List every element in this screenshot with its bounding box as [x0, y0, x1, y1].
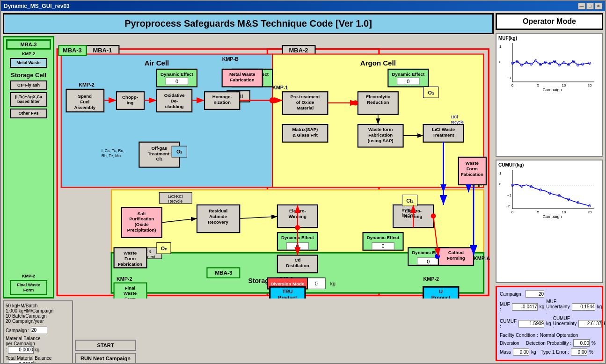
svg-text:1: 1: [499, 171, 502, 175]
svg-text:cladding: cladding: [165, 104, 184, 109]
svg-text:Final: Final: [125, 285, 136, 291]
start-button[interactable]: START: [75, 340, 136, 351]
cumuf-unc-input[interactable]: [578, 320, 602, 328]
svg-text:KMP-1: KMP-1: [272, 85, 288, 90]
svg-text:0: 0: [427, 259, 430, 264]
info-line3: 10 Batch/Campaign: [6, 313, 70, 319]
svg-text:Rh, Te, Mo: Rh, Te, Mo: [102, 153, 121, 158]
svg-text:Form: Form: [467, 166, 478, 171]
total-label: Total Material Balance: [6, 356, 70, 361]
mass-input[interactable]: [513, 348, 529, 356]
close-button[interactable]: ✕: [595, 3, 602, 9]
mass-unit: kg: [531, 349, 536, 355]
cumuf-unc-unit: kg: [604, 321, 605, 326]
svg-text:Dynamic Effect: Dynamic Effect: [161, 72, 194, 77]
svg-text:I, Cs, Tc, Ru,: I, Cs, Tc, Ru,: [102, 148, 124, 153]
svg-text:KMP-2: KMP-2: [79, 82, 94, 87]
detection-label: Detection Probability :: [526, 341, 571, 346]
svg-text:LiCl: LiCl: [451, 115, 458, 119]
campaign-input[interactable]: [31, 327, 47, 334]
svg-text:20: 20: [588, 210, 592, 214]
cumuf-input[interactable]: [518, 320, 544, 328]
system-info-box: 50 kgHM/Batch 1,000 kgHM/Campaign 10 Bat…: [3, 300, 73, 363]
svg-point-177: [431, 213, 436, 218]
storage-cell-left: MBA-3 KMP-2 Metal Waste Storage Cell Cs+…: [3, 36, 54, 298]
svg-text:Air Cell: Air Cell: [145, 59, 169, 67]
per-campaign-label: per Campaign: [6, 341, 70, 346]
muf-unc-input[interactable]: [572, 303, 595, 311]
minimize-button[interactable]: —: [578, 3, 585, 9]
main-diagram: MBA-1 MBA-2 Air Cell Argon Cell: [56, 36, 494, 298]
svg-text:Assembly: Assembly: [74, 105, 95, 110]
muf-input[interactable]: [512, 303, 538, 311]
kmp2-bottom-label: KMP-2: [22, 274, 35, 278]
svg-text:Metal Waste: Metal Waste: [229, 72, 256, 77]
detection-input[interactable]: [573, 339, 590, 347]
svg-text:Dynamic Effect: Dynamic Effect: [392, 72, 425, 77]
svg-text:Homoge-: Homoge-: [212, 94, 232, 99]
cumuf-label: CUMUF :: [500, 319, 517, 329]
bottom-strip: 50 kgHM/Batch 1,000 kgHM/Campaign 10 Bat…: [3, 300, 494, 363]
cumuf-chart-title: CUMUF(kg): [498, 162, 600, 167]
svg-text:Product: Product: [278, 295, 297, 298]
material-balance-label: Material Balance: [6, 336, 70, 341]
diagram-svg: MBA-1 MBA-2 Air Cell Argon Cell: [56, 36, 494, 298]
cumuf-unc-label: CUMUFUncertainty :: [553, 316, 577, 331]
svg-text:0: 0: [382, 243, 385, 249]
facility-row: Facility Condition : Normal Opteration: [500, 333, 599, 338]
svg-text:MBA-1: MBA-1: [93, 47, 112, 54]
right-campaign-row: Campaign :: [500, 290, 599, 298]
svg-text:Waste: Waste: [124, 250, 137, 255]
itc-filter-box[interactable]: (I,Tc)+AgX,Ca based filter: [10, 92, 47, 107]
svg-text:Cl₂: Cl₂: [406, 198, 414, 204]
right-campaign-input[interactable]: [526, 290, 544, 298]
total-val[interactable]: [8, 361, 34, 363]
type1-input[interactable]: [571, 348, 587, 356]
svg-text:−1: −1: [507, 193, 512, 197]
svg-text:O₂: O₂: [176, 149, 183, 154]
diversion-label: Diversion: [500, 341, 519, 346]
cumuf-chart-svg: 1 0 −1 −2 0 5 10 20 Campaign: [498, 167, 597, 219]
facility-label: Facility Condition :: [500, 333, 538, 338]
svg-text:Cathod: Cathod: [448, 250, 464, 255]
muf-chart-svg: 1 0 −1 0 5 10 20 Campaign: [498, 41, 597, 92]
svg-text:of Oxide: of Oxide: [296, 100, 314, 105]
svg-text:KMP-2: KMP-2: [423, 276, 439, 282]
run-button[interactable]: RUN Next Campaign: [75, 353, 136, 363]
operator-mode-box: Operator Mode: [496, 13, 603, 30]
svg-point-166: [353, 100, 358, 105]
metal-waste-box[interactable]: Metal Waste: [10, 58, 47, 68]
cumuf-chart: CUMUF(kg) 1 0 −1 −2 0 5 10 20 Campaign: [496, 160, 603, 284]
cs-flyash-box[interactable]: Cs+Fly ash: [10, 80, 47, 90]
svg-text:Fabrication: Fabrication: [230, 77, 255, 82]
muf-unc-unit: kg: [597, 304, 602, 309]
other-fps-box[interactable]: Other FPs: [10, 109, 47, 118]
svg-text:U: U: [439, 289, 443, 294]
final-waste-left-box[interactable]: Final Waste Form: [10, 280, 47, 295]
muf-row: MUF : kg MUFUncertainty : kg: [500, 299, 599, 314]
svg-text:Anode: Anode: [468, 183, 482, 188]
svg-text:(using SAP): (using SAP): [368, 138, 394, 143]
svg-text:O₂: O₂: [161, 246, 167, 251]
svg-text:(Oxide: (Oxide: [135, 222, 149, 227]
maximize-button[interactable]: □: [586, 3, 594, 9]
muf-chart: MUF(kg) 1 0 −1 0 5 10 20 Campaign: [496, 33, 603, 157]
main-window: Dynamic_MS_GUI_rev03 — □ ✕ Pyroprocess S…: [0, 0, 606, 364]
per-campaign-row: : kg: [6, 346, 70, 354]
diversion-row: Diversion Detection Probability : %: [500, 339, 599, 347]
svg-text:Recycle: Recycle: [168, 199, 183, 204]
facility-val: Normal Opteration: [540, 333, 578, 338]
svg-text:Electrolytic: Electrolytic: [366, 94, 391, 99]
svg-point-132: [435, 254, 440, 259]
svg-text:Distillation: Distillation: [286, 263, 309, 268]
svg-text:0: 0: [511, 210, 514, 214]
info-line1: 50 kgHM/Batch: [6, 303, 70, 308]
svg-text:MBA-3: MBA-3: [63, 47, 82, 54]
svg-text:Cd: Cd: [294, 257, 300, 262]
svg-text:KMP-B: KMP-B: [222, 56, 239, 62]
svg-text:Fabrication: Fabrication: [368, 132, 393, 138]
svg-text:Proouct: Proouct: [431, 295, 451, 298]
per-campaign-val[interactable]: [8, 346, 34, 354]
svg-text:Treatment:: Treatment:: [148, 151, 171, 156]
svg-point-175: [295, 225, 300, 230]
